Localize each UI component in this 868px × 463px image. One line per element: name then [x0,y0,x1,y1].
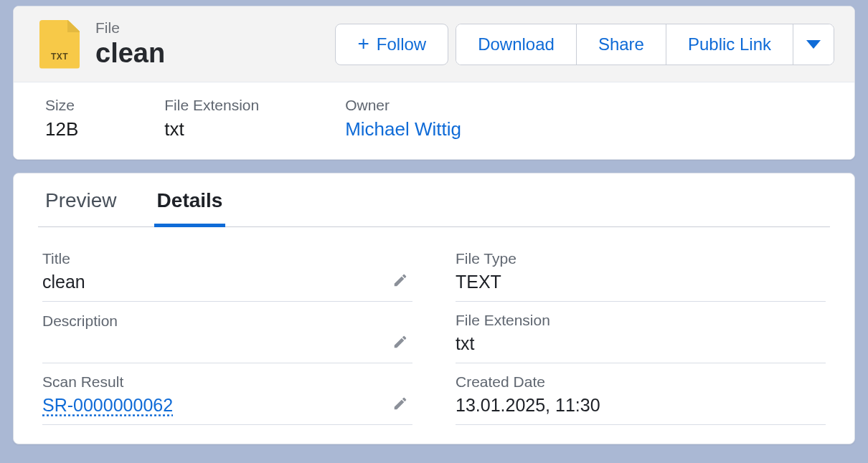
plus-icon: + [357,38,369,50]
file-type-value: TEXT [456,272,826,292]
title-label: Title [42,250,379,267]
meta-size-value: 12B [45,118,78,140]
description-label: Description [42,312,379,330]
file-icon-badge: TXT [51,52,68,62]
created-date-value: 13.01.2025, 11:30 [456,395,826,416]
title-text: File clean [95,19,165,69]
meta-size: Size 12B [45,97,78,140]
share-button[interactable]: Share [577,24,666,65]
header-meta-row: Size 12B File Extension txt Owner Michae… [14,82,854,159]
pencil-icon [392,334,408,350]
detail-grid: Title clean Description Scan Result [38,227,830,425]
pencil-icon [392,396,408,411]
description-value [42,334,379,354]
meta-owner-label: Owner [345,97,461,114]
page-title: clean [95,38,165,69]
meta-ext-label: File Extension [164,97,259,114]
title-block: TXT File clean [39,19,165,69]
meta-ext-value: txt [164,118,259,140]
header-actions: + Follow Download Share Public Link [335,24,834,65]
pencil-icon [392,272,408,288]
detail-row-created-date: Created Date 13.01.2025, 11:30 [456,363,826,425]
file-header-card: TXT File clean + Follow Download Share P [13,6,855,160]
download-button[interactable]: Download [456,24,577,65]
edit-description-button[interactable] [388,330,412,354]
meta-size-label: Size [45,97,78,114]
detail-row-file-type: File Type TEXT [456,240,826,302]
more-actions-button[interactable] [793,24,834,65]
scan-result-label: Scan Result [42,373,379,391]
file-details-card: Preview Details Title clean Description [13,173,855,444]
created-date-label: Created Date [456,373,826,391]
follow-button[interactable]: + Follow [335,24,448,65]
detail-row-description: Description [42,302,412,363]
detail-row-file-extension: File Extension txt [456,302,826,363]
file-type-icon: TXT [39,20,80,69]
file-extension-label: File Extension [456,312,826,329]
chevron-down-icon [806,40,821,49]
public-link-button[interactable]: Public Link [666,24,793,65]
meta-owner-link[interactable]: Michael Wittig [345,118,461,140]
scan-result-link[interactable]: SR-0000000062 [42,395,379,416]
tab-details[interactable]: Details [154,189,226,227]
tabs: Preview Details [38,173,830,227]
header-top-bar: TXT File clean + Follow Download Share P [14,6,854,82]
detail-row-scan-result: Scan Result SR-0000000062 [42,363,412,425]
action-button-group: Download Share Public Link [456,24,834,65]
follow-button-label: Follow [377,36,426,53]
detail-col-left: Title clean Description Scan Result [42,240,412,425]
edit-title-button[interactable] [388,268,412,292]
file-extension-value: txt [456,333,826,354]
meta-file-extension: File Extension txt [164,97,259,140]
edit-scan-result-button[interactable] [388,391,412,416]
file-type-label: File Type [456,250,826,267]
detail-col-right: File Type TEXT File Extension txt Create… [456,240,826,425]
title-value: clean [42,272,379,292]
detail-row-title: Title clean [42,240,412,302]
meta-owner: Owner Michael Wittig [345,97,461,140]
tab-preview[interactable]: Preview [42,189,120,227]
record-type-label: File [95,19,165,37]
